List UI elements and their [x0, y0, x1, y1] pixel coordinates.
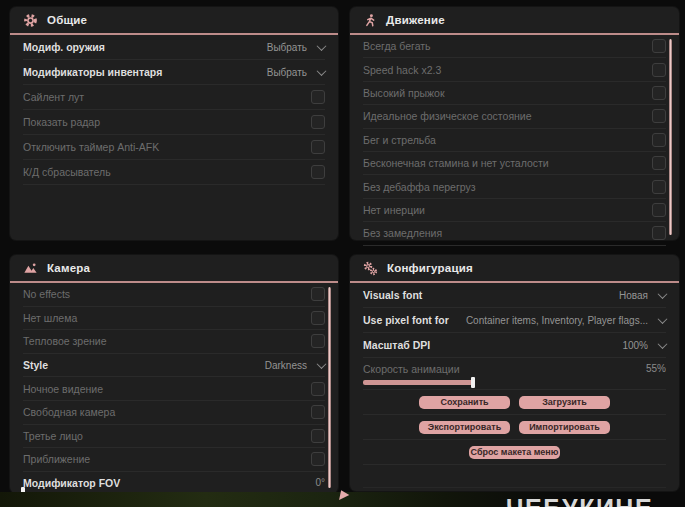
panel-title: Конфигурация [387, 262, 473, 274]
third-person-checkbox[interactable] [311, 429, 325, 443]
panel-header: Движение [350, 7, 679, 35]
slider-handle[interactable] [471, 377, 475, 388]
slider-value: 55% [646, 363, 666, 374]
weapon-mod-select[interactable]: Выбрать [267, 42, 325, 53]
row-always-run[interactable]: Всегда бегать [363, 35, 666, 58]
chevron-down-icon [658, 339, 668, 349]
row-label: Скорость анимации [363, 363, 460, 375]
watermark-text: ЧЕБУКИНЕ [506, 494, 653, 507]
settings-list: Модиф. оружияВыбратьМодификаторы инвента… [10, 35, 338, 185]
always-run-checkbox[interactable] [652, 39, 666, 53]
reset-menu-layout-button[interactable]: Сброс макета меню [469, 446, 560, 459]
row-label: Отключить таймер Anti-AFK [23, 141, 159, 153]
row-no-inertia[interactable]: Нет инерции [363, 199, 666, 222]
silent-loot-checkbox[interactable] [311, 90, 325, 104]
row-anti-afk-timer[interactable]: Отключить таймер Anti-AFK [23, 135, 325, 160]
row-label: Свободная камера [23, 406, 115, 418]
panel-header: Общие [10, 7, 338, 35]
button-row: Сброс макета меню [363, 440, 666, 465]
row-no-helmet[interactable]: Нет шлема [23, 307, 325, 331]
thermal-vision-checkbox[interactable] [311, 334, 325, 348]
row-label: Всегда бегать [363, 40, 431, 52]
slider-value: 0° [315, 477, 325, 488]
chevron-down-icon [658, 314, 668, 324]
panel-movement: Движение Всегда бегатьSpeed hack x2.3Выс… [350, 7, 679, 240]
no-overload-debuff-checkbox[interactable] [652, 180, 666, 194]
select-value: 100% [622, 340, 648, 351]
row-label: Третье лицо [23, 430, 83, 442]
row-label: Без дебаффа перегруз [363, 181, 476, 193]
settings-list: Всегда бегатьSpeed hack x2.3Высокий прыж… [350, 35, 679, 246]
runner-icon [363, 13, 377, 28]
row-no-slowdown[interactable]: Без замедления [363, 222, 666, 245]
no-slowdown-checkbox[interactable] [652, 226, 666, 240]
chevron-down-icon [317, 359, 327, 369]
row-high-jump[interactable]: Высокий прыжок [363, 82, 666, 105]
anti-afk-timer-checkbox[interactable] [311, 140, 325, 154]
button-row: ЭкспортироватьИмпортировать [363, 415, 666, 440]
select-value: Container items, Inventory, Player flags… [466, 315, 648, 326]
slider-fill [363, 380, 473, 385]
pixel-font-for-select[interactable]: Container items, Inventory, Player flags… [466, 315, 666, 326]
high-jump-checkbox[interactable] [652, 86, 666, 100]
row-weapon-mod: Модиф. оружияВыбрать [23, 35, 325, 60]
gear-icon [23, 13, 38, 28]
zoom-checkbox[interactable] [311, 452, 325, 466]
row-label: Тепловое зрение [23, 335, 107, 347]
save-button[interactable]: Сохранить [419, 396, 510, 409]
scrollbar[interactable] [328, 287, 331, 488]
row-thermal-vision[interactable]: Тепловое зрение [23, 330, 325, 354]
night-vision-checkbox[interactable] [311, 382, 325, 396]
show-radar-checkbox[interactable] [311, 115, 325, 129]
row-infinite-stamina[interactable]: Бесконечная стамина и нет усталости [363, 152, 666, 175]
row-visuals-font: Visuals fontНовая [363, 283, 666, 308]
load-button[interactable]: Загрузить [519, 396, 610, 409]
row-no-overload-debuff[interactable]: Без дебаффа перегруз [363, 175, 666, 198]
style-select[interactable]: Darkness [265, 360, 325, 371]
import-button[interactable]: Импортировать [519, 421, 610, 434]
row-third-person[interactable]: Третье лицо [23, 425, 325, 449]
row-night-vision[interactable]: Ночное видение [23, 377, 325, 401]
visuals-font-select[interactable]: Новая [619, 290, 666, 301]
no-helmet-checkbox[interactable] [311, 311, 325, 325]
export-button[interactable]: Экспортировать [419, 421, 510, 434]
settings-list: Visuals fontНоваяUse pixel font forConta… [350, 283, 679, 390]
row-label: Показать радар [23, 116, 100, 128]
row-style: StyleDarkness [23, 354, 325, 378]
infinite-stamina-checkbox[interactable] [652, 156, 666, 170]
row-free-camera[interactable]: Свободная камера [23, 401, 325, 425]
row-label: Идеальное физическое состояние [363, 110, 532, 122]
inventory-mods-select[interactable]: Выбрать [267, 67, 325, 78]
dpi-scale-select[interactable]: 100% [622, 340, 666, 351]
row-perfect-condition[interactable]: Идеальное физическое состояние [363, 105, 666, 128]
row-no-effects[interactable]: No effects [23, 283, 325, 307]
row-run-and-shoot[interactable]: Бег и стрельба [363, 129, 666, 152]
kd-resetter-checkbox[interactable] [311, 165, 325, 179]
animation-speed-slider[interactable] [363, 380, 563, 385]
row-show-radar[interactable]: Показать радар [23, 110, 325, 135]
row-label: Модиф. оружия [23, 41, 105, 53]
row-kd-resetter[interactable]: К/Д сбрасыватель [23, 160, 325, 185]
panel-camera: Камера No effectsНет шлемаТепловое зрени… [10, 255, 338, 493]
row-label: Нет шлема [23, 312, 77, 324]
perfect-condition-checkbox[interactable] [652, 109, 666, 123]
scrollbar[interactable] [669, 39, 672, 235]
panel-title: Камера [47, 262, 90, 274]
gears-icon [363, 261, 378, 276]
speed-hack-checkbox[interactable] [652, 63, 666, 77]
row-label: Бег и стрельба [363, 134, 436, 146]
row-speed-hack[interactable]: Speed hack x2.3 [363, 58, 666, 81]
panel-title: Общие [47, 14, 87, 26]
row-dpi-scale: Масштаб DPI100% [363, 333, 666, 358]
select-value: Новая [619, 290, 648, 301]
no-inertia-checkbox[interactable] [652, 203, 666, 217]
row-label: Высокий прыжок [363, 87, 445, 99]
free-camera-checkbox[interactable] [311, 405, 325, 419]
no-effects-checkbox[interactable] [311, 287, 325, 301]
chevron-down-icon [317, 66, 327, 76]
row-animation-speed: Скорость анимации55% [363, 358, 666, 390]
row-inventory-mods: Модификаторы инвентаряВыбрать [23, 60, 325, 85]
run-and-shoot-checkbox[interactable] [652, 133, 666, 147]
row-zoom[interactable]: Приближение [23, 448, 325, 472]
row-silent-loot[interactable]: Сайлент лут [23, 85, 325, 110]
